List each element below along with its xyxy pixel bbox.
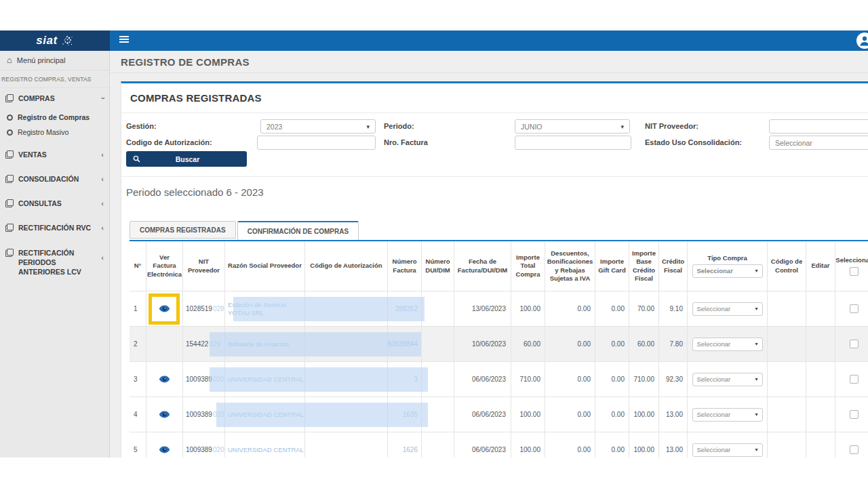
tipo-compra-select[interactable]: Seleccionar▾: [692, 338, 763, 351]
compras-registradas-card: COMPRAS REGISTRADAS Gestión: 2023▾ Perio…: [121, 81, 868, 458]
table-row: 3 1009389020 UNIVERSIDAD CENTRAL 3: [130, 362, 868, 397]
nit-proveedor-input[interactable]: [769, 119, 868, 134]
sidebar-item-consultas[interactable]: CONSULTAS ‹: [0, 193, 109, 214]
fecha-factura-cell: 06/06/2023: [454, 432, 511, 458]
descuentos-cell: 0.00: [545, 327, 595, 361]
nro-factura-input[interactable]: [515, 136, 631, 150]
folder-stack-icon: [5, 199, 14, 207]
column-header: Importe Gift Card: [595, 241, 629, 291]
column-header: N°: [130, 241, 146, 291]
estado-uso-consolidacion-select[interactable]: Seleccionar: [769, 136, 868, 150]
periodo-select[interactable]: JUNIO▾: [515, 119, 630, 134]
importe-gift-card-cell: 0.00: [595, 362, 629, 396]
row-number: 3: [130, 362, 146, 396]
tipo-compra-header-select[interactable]: Seleccionar▾: [692, 264, 763, 278]
column-header: Código de Control: [767, 241, 806, 291]
column-header: NIT Proveedor: [182, 241, 224, 291]
tipo-compra-cell: Seleccionar▾: [687, 291, 767, 326]
divider: [110, 73, 868, 73]
table-row: 4 1009389020 UNIVERSIDAD CENTRAL 1635: [130, 397, 868, 432]
importe-gift-card-cell: 0.00: [595, 432, 629, 458]
select-all-checkbox[interactable]: [850, 267, 859, 276]
siat-logo: siat: [36, 34, 57, 47]
sidebar-item-registro-masivo[interactable]: Registro Masivo: [0, 125, 109, 140]
codigo-autorizacion-input[interactable]: [257, 136, 376, 150]
ver-factura-cell: [146, 362, 182, 396]
row-number: 4: [130, 397, 146, 432]
sidebar-item-consolidacion[interactable]: CONSOLIDACIÓN ‹: [0, 169, 109, 189]
menu-hamburger-icon[interactable]: [119, 36, 129, 44]
tipo-compra-cell: Seleccionar▾: [687, 432, 767, 458]
radio-circle-icon: [7, 115, 13, 121]
card-title: COMPRAS REGISTRADAS: [130, 92, 262, 104]
tipo-compra-cell: Seleccionar▾: [687, 362, 767, 396]
importe-total-cell: 710.00: [511, 362, 545, 396]
row-select-checkbox[interactable]: [850, 410, 859, 419]
home-icon: ⌂: [7, 57, 12, 64]
row-select-checkbox[interactable]: [850, 445, 859, 454]
nit-proveedor-label: NIT Proveedor:: [645, 122, 698, 130]
chevron-left-icon: ‹: [101, 150, 104, 159]
view-invoice-eye-icon[interactable]: [159, 446, 170, 453]
chevron-left-icon: ‹: [101, 224, 104, 232]
search-icon: [133, 155, 140, 163]
app-window: siat ⌂ Menú principal REGISTRO COMPRAS, …: [0, 30, 868, 458]
importe-gift-card-cell: 0.00: [595, 397, 629, 432]
row-select-checkbox[interactable]: [850, 304, 859, 313]
chevron-down-icon: ▾: [755, 341, 757, 347]
editar-cell: [806, 397, 835, 432]
credito-fiscal-cell: 7.80: [658, 327, 687, 361]
importe-base-cell: 100.00: [629, 432, 658, 458]
redaction-overlay: [210, 367, 428, 392]
folder-stack-icon: [5, 249, 14, 257]
sidebar-item-ventas[interactable]: VENTAS ‹: [0, 144, 109, 165]
table-body: 1 1028519028 Estación de Servicio YOTAU …: [130, 291, 868, 458]
sidebar-item-rectificacion-periodos[interactable]: RECTIFICACIÓN PERIODOS ANTERIORES LCV ‹: [0, 242, 109, 283]
importe-base-cell: 70.00: [629, 291, 658, 326]
codigo-autorizacion-label: Codigo de Autorización:: [126, 138, 212, 146]
sidebar-item-rectificacion-rvc[interactable]: RECTIFICACIÓN RVC ‹: [0, 218, 109, 238]
sidebar-item-compras[interactable]: COMPRAS ‹: [0, 88, 109, 108]
divider: [121, 176, 868, 177]
buscar-button[interactable]: Buscar: [126, 151, 247, 167]
codigo-control-cell: [767, 327, 806, 361]
chevron-down-icon: ▾: [755, 447, 757, 453]
estado-uso-consolidacion-label: Estado Uso Consolidación:: [645, 138, 742, 146]
column-header: Importe Total Compra: [511, 241, 545, 291]
main-content: REGISTRO DE COMPRAS COMPRAS REGISTRADAS …: [110, 51, 868, 458]
row-select-checkbox[interactable]: [850, 340, 859, 348]
credito-fiscal-cell: 92.30: [658, 362, 687, 396]
column-header-seleccionar: Seleccionar: [835, 241, 868, 291]
gestion-select[interactable]: 2023▾: [260, 119, 376, 134]
compras-table: N° Ver Factura Electrónica NIT Proveedor…: [130, 240, 868, 458]
column-header: Importe Base Crédito Fiscal: [629, 241, 658, 291]
descuentos-cell: 0.00: [545, 362, 595, 396]
row-number: 5: [130, 432, 146, 458]
chevron-left-icon: ‹: [101, 175, 104, 183]
importe-base-cell: 710.00: [629, 362, 658, 396]
tab-bar: COMPRAS REGISTRADAS CONFIRMACIÓN DE COMP…: [130, 221, 359, 240]
tab-compras-registradas[interactable]: COMPRAS REGISTRADAS: [130, 221, 236, 239]
tab-confirmacion-de-compras[interactable]: CONFIRMACIÓN DE COMPRAS: [237, 221, 359, 240]
tipo-compra-select[interactable]: Seleccionar▾: [692, 443, 763, 457]
sidebar: ⌂ Menú principal REGISTRO COMPRAS, VENTA…: [0, 51, 110, 458]
tipo-compra-select[interactable]: Seleccionar▾: [692, 408, 763, 422]
user-avatar-icon[interactable]: [856, 33, 868, 49]
sidebar-item-registro-de-compras[interactable]: Registro de Compras: [0, 110, 109, 125]
row-select-checkbox[interactable]: [850, 375, 859, 384]
seleccionar-cell: [835, 432, 868, 458]
divider: [121, 113, 868, 113]
folder-stack-icon: [5, 224, 14, 232]
editar-cell: [806, 291, 835, 326]
view-invoice-eye-icon[interactable]: [159, 375, 170, 383]
redaction-overlay: [233, 297, 425, 321]
redaction-overlay: [210, 332, 421, 357]
codigo-control-cell: [767, 362, 806, 396]
importe-total-cell: 100.00: [511, 397, 545, 432]
numero-dui-dim-cell: [421, 291, 454, 326]
sidebar-item-menu-principal[interactable]: ⌂ Menú principal: [0, 51, 109, 70]
tipo-compra-select[interactable]: Seleccionar▾: [692, 302, 763, 316]
column-header: Código de Autorización: [304, 241, 387, 291]
tipo-compra-select[interactable]: Seleccionar▾: [692, 373, 763, 386]
view-invoice-eye-icon[interactable]: [159, 411, 170, 418]
